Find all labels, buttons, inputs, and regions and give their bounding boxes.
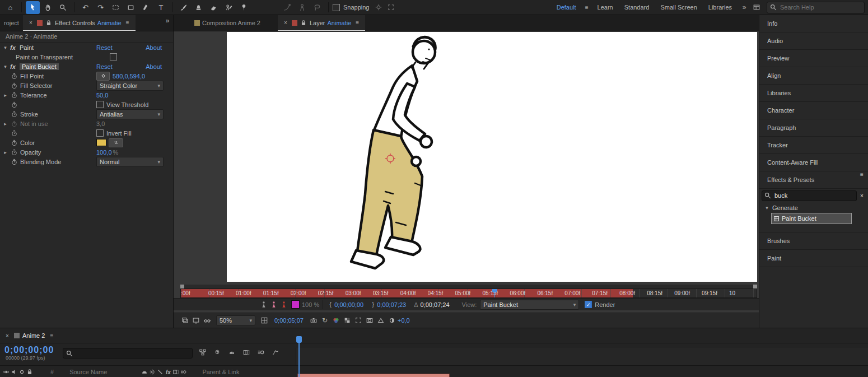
workspace-overflow-icon[interactable]: » (739, 2, 750, 13)
project-tab[interactable]: roject (0, 15, 23, 31)
stopwatch-icon[interactable] (10, 148, 18, 156)
alpha-overlay-icon[interactable] (279, 300, 289, 310)
brush-tool[interactable] (176, 1, 190, 14)
graph-editor-icon[interactable] (270, 347, 281, 358)
twirl-right-icon[interactable]: ▸ (2, 150, 8, 155)
paint-about-link[interactable]: About (146, 44, 162, 51)
transparency-grid-icon[interactable] (342, 315, 353, 326)
source-name-column[interactable]: Source Name (69, 369, 107, 375)
twirl-right-icon[interactable]: ▸ (2, 92, 8, 98)
grid-guides-icon[interactable] (259, 315, 270, 326)
glasses-icon[interactable] (202, 315, 213, 326)
out-point-icon[interactable]: } (369, 301, 377, 309)
opacity-value[interactable]: 100,0 (96, 149, 112, 156)
layer-tab[interactable]: × Layer Animatie ≡ (278, 15, 365, 31)
fill-selector-dropdown[interactable]: Straight Color ▾ (96, 81, 164, 91)
stroke-dropdown[interactable]: Antialias ▾ (96, 109, 164, 119)
lock-column-icon[interactable] (26, 368, 34, 376)
roto-brush-tool[interactable] (222, 1, 236, 14)
sidebar-panel-tab[interactable]: Preview (759, 50, 868, 67)
zoom-dropdown[interactable]: 50% ▾ (216, 315, 255, 325)
effect-item-paint-bucket[interactable]: Paint Bucket (772, 213, 851, 224)
stopwatch-icon[interactable] (10, 129, 18, 137)
sidebar-panel-tab[interactable]: Align (759, 67, 868, 85)
tab-overflow-icon[interactable]: » (162, 15, 173, 26)
timeline-tab-label[interactable]: Anime 2 (22, 332, 45, 339)
paint-on-transparent-checkbox[interactable] (110, 53, 117, 60)
stopwatch-icon[interactable] (10, 139, 18, 146)
search-clear-icon[interactable]: × (858, 192, 866, 199)
clone-stamp-tool[interactable] (192, 1, 206, 14)
current-timecode[interactable]: 0;00;00;00 (4, 345, 54, 355)
timeline-playhead[interactable] (296, 336, 302, 377)
stopwatch-icon[interactable] (10, 72, 18, 80)
close-icon[interactable]: × (27, 19, 35, 27)
workspace-tab-default[interactable]: Default (557, 4, 576, 11)
alpha-opacity-value[interactable]: 100 % (302, 301, 319, 308)
sidebar-panel-tab[interactable]: Effects & Presets (759, 171, 868, 189)
fx-column-icon[interactable]: fx (164, 368, 172, 376)
twirl-icon[interactable]: ▾ (2, 64, 8, 69)
sidebar-panel-tab[interactable]: Character (759, 102, 868, 119)
composition-tab[interactable]: Composition Anime 2 (190, 15, 264, 31)
sidebar-panel-tab[interactable]: Libraries (759, 85, 868, 102)
type-tool[interactable]: T (154, 1, 168, 14)
panel-menu-icon[interactable]: ≡ (48, 332, 55, 339)
color-swatch[interactable] (96, 139, 106, 146)
effect-controls-tab[interactable]: × Effect Controls Animatie ≡ (23, 15, 136, 31)
pixel-aspect-icon[interactable] (364, 315, 375, 326)
layer-number-column[interactable]: # (50, 369, 54, 375)
workspace-tab[interactable]: Small Screen (660, 4, 697, 11)
view-dropdown[interactable]: Paint Bucket ▾ (480, 300, 579, 310)
effects-panel-menu-icon[interactable]: ≡ (858, 170, 866, 178)
solo-column-icon[interactable] (18, 368, 26, 376)
undo-icon[interactable]: ↶ (78, 1, 92, 14)
stopwatch-icon[interactable] (10, 158, 18, 165)
layer-time-ruler[interactable]: :00f00:15f01:00f01:15f02:00f02:15f03:00f… (180, 285, 757, 298)
layer-canvas[interactable] (227, 32, 757, 282)
sidebar-panel-tab[interactable]: Info (759, 15, 868, 32)
snap-features-icon[interactable] (385, 2, 396, 13)
twirl-icon[interactable]: ▾ (2, 45, 8, 50)
home-icon[interactable]: ⌂ (3, 1, 17, 14)
tolerance-value[interactable]: 50,0 (96, 92, 108, 99)
out-time-value[interactable]: 0;00;07;23 (377, 301, 406, 308)
timeline-search-input[interactable] (76, 348, 179, 358)
pen-tool[interactable] (139, 1, 153, 14)
close-icon[interactable]: × (3, 332, 11, 339)
close-icon[interactable]: × (282, 19, 290, 27)
lock-icon[interactable] (300, 19, 307, 27)
paint-bucket-reset-link[interactable]: Reset (96, 63, 113, 70)
fill-point-value[interactable]: 580,0,594,0 (113, 73, 145, 80)
shy-layers-icon[interactable] (226, 347, 237, 358)
selection-tool[interactable] (26, 1, 40, 14)
motion-path-icon[interactable] (280, 1, 294, 14)
alpha-view-icon[interactable] (259, 300, 269, 310)
lasso-icon[interactable] (310, 1, 324, 14)
always-preview-icon[interactable] (179, 315, 190, 326)
panel-menu-icon[interactable]: ≡ (124, 19, 132, 27)
stopwatch-icon[interactable] (10, 101, 18, 108)
view-threshold-checkbox[interactable] (96, 101, 104, 108)
paint-effect-name[interactable]: Paint (20, 44, 34, 51)
sidebar-panel-brushes[interactable]: Brushes (759, 232, 868, 250)
region-of-interest-icon[interactable] (353, 315, 364, 326)
navigator-start-handle[interactable] (180, 285, 184, 288)
stopwatch-icon[interactable] (10, 110, 18, 118)
hand-tool[interactable] (41, 1, 55, 14)
current-time-display[interactable]: 0;00;05;07 (274, 317, 304, 324)
motion-blur-column-icon[interactable] (180, 368, 188, 376)
motion-blur-icon[interactable] (255, 347, 267, 358)
primary-viewer-icon[interactable] (190, 315, 202, 326)
eraser-tool[interactable] (207, 1, 221, 14)
sidebar-panel-tab[interactable]: Paragraph (759, 119, 868, 137)
blending-mode-dropdown[interactable]: Normal ▾ (96, 157, 164, 167)
mask-shape-tool[interactable] (124, 1, 138, 14)
frame-blend-column-icon[interactable] (172, 368, 180, 376)
snapshot-camera-icon[interactable] (308, 315, 319, 326)
workspace-tab[interactable]: Libraries (708, 4, 732, 11)
viewer-navigator[interactable] (180, 285, 757, 288)
paint-bucket-effect-name[interactable]: Paint Bucket (20, 63, 59, 70)
quality-column-icon[interactable] (156, 368, 164, 376)
layer-duration-bar[interactable] (297, 374, 450, 377)
